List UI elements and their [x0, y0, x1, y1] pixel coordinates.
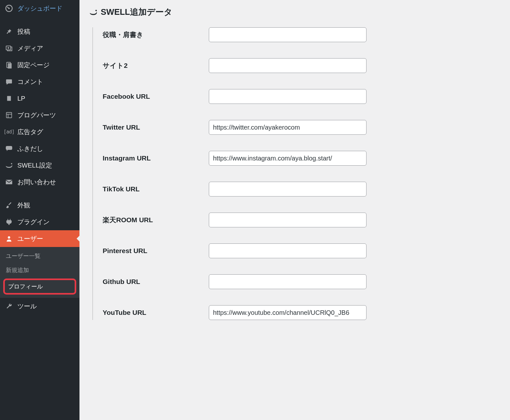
- github-input[interactable]: [209, 274, 366, 289]
- field-label: Instagram URL: [103, 154, 209, 162]
- sidebar-item-label: ふきだし: [17, 144, 43, 153]
- sidebar-item-media[interactable]: メディア: [0, 40, 79, 57]
- sidebar-item-comments[interactable]: コメント: [0, 73, 79, 90]
- pin-icon: [5, 27, 14, 36]
- tiktok-input[interactable]: [209, 182, 366, 196]
- sidebar-item-dashboard[interactable]: ダッシュボード: [0, 0, 79, 17]
- sidebar-item-plugins[interactable]: プラグイン: [0, 214, 79, 230]
- svg-rect-5: [8, 63, 12, 69]
- sidebar-item-label: コメント: [17, 78, 43, 86]
- sidebar-item-label: お問い合わせ: [17, 178, 56, 187]
- sidebar-item-adtag[interactable]: [ad] 広告タグ: [0, 123, 79, 140]
- svg-point-13: [8, 236, 10, 239]
- sidebar-item-contact[interactable]: お問い合わせ: [0, 174, 79, 190]
- field-tiktok: TikTok URL: [103, 182, 500, 196]
- sidebar-item-label: SWELL設定: [17, 161, 52, 170]
- field-label: Facebook URL: [103, 93, 209, 100]
- svg-point-3: [8, 47, 9, 49]
- comment-icon: [5, 77, 14, 86]
- submenu-item-userlist[interactable]: ユーザー一覧: [0, 249, 79, 263]
- svg-rect-7: [6, 113, 12, 118]
- sidebar-item-label: 広告タグ: [17, 128, 43, 136]
- field-site2: サイト2: [103, 58, 500, 73]
- swell-logo-icon: [89, 8, 97, 16]
- field-facebook: Facebook URL: [103, 89, 500, 104]
- field-label: 楽天ROOM URL: [103, 215, 209, 224]
- wrench-icon: [5, 302, 14, 311]
- sidebar-item-label: ユーザー: [17, 234, 43, 243]
- sidebar-item-posts[interactable]: 投稿: [0, 23, 79, 40]
- sidebar-item-users[interactable]: ユーザー: [0, 230, 79, 247]
- doc-icon: [5, 94, 14, 103]
- swell-icon: [5, 161, 14, 170]
- rakuten-input[interactable]: [209, 213, 366, 227]
- field-label: Github URL: [103, 278, 209, 286]
- field-position: 役職・肩書き: [103, 27, 500, 42]
- field-twitter: Twitter URL: [103, 120, 500, 135]
- sidebar-item-blogparts[interactable]: ブログパーツ: [0, 107, 79, 123]
- form-area: 役職・肩書き サイト2 Facebook URL Twitter URL Ins…: [92, 27, 500, 320]
- section-title: SWELL追加データ: [89, 6, 500, 18]
- field-instagram: Instagram URL: [103, 151, 500, 166]
- field-label: TikTok URL: [103, 185, 209, 193]
- user-icon: [5, 234, 14, 243]
- section-title-text: SWELL追加データ: [101, 6, 172, 18]
- position-input[interactable]: [209, 27, 366, 42]
- svg-rect-6: [7, 96, 11, 101]
- field-youtube: YouTube URL: [103, 305, 500, 320]
- sidebar-item-label: プラグイン: [17, 218, 50, 226]
- admin-sidebar: ダッシュボード 投稿 メディア 固定ページ コメント LP ブログパー: [0, 0, 79, 420]
- pinterest-input[interactable]: [209, 243, 366, 258]
- field-label: YouTube URL: [103, 309, 209, 316]
- sidebar-item-label: 投稿: [17, 27, 30, 36]
- youtube-input[interactable]: [209, 305, 366, 320]
- plug-icon: [5, 217, 14, 226]
- submenu-item-addnew[interactable]: 新規追加: [0, 263, 79, 277]
- sidebar-item-label: ツール: [17, 302, 37, 311]
- svg-point-14: [96, 10, 97, 11]
- sidebar-item-label: ダッシュボード: [17, 4, 62, 13]
- ad-icon: [ad]: [5, 127, 14, 136]
- sidebar-item-label: LP: [17, 95, 25, 102]
- field-label: 役職・肩書き: [103, 30, 209, 39]
- twitter-input[interactable]: [209, 120, 366, 135]
- dashboard-icon: [5, 4, 14, 13]
- submenu-item-profile[interactable]: プロフィール: [3, 278, 76, 295]
- grid-icon: [5, 111, 14, 120]
- sidebar-item-label: ブログパーツ: [17, 111, 56, 120]
- sidebar-item-pages[interactable]: 固定ページ: [0, 57, 79, 73]
- sidebar-item-label: メディア: [17, 44, 43, 53]
- main-content: SWELL追加データ 役職・肩書き サイト2 Facebook URL Twit…: [79, 0, 510, 420]
- field-pinterest: Pinterest URL: [103, 243, 500, 258]
- sidebar-item-label: 固定ページ: [17, 61, 50, 69]
- sidebar-item-appearance[interactable]: 外観: [0, 197, 79, 214]
- sidebar-item-fukidashi[interactable]: ふきだし: [0, 140, 79, 157]
- mail-icon: [5, 178, 14, 187]
- instagram-input[interactable]: [209, 151, 366, 166]
- svg-rect-10: [6, 146, 12, 150]
- svg-point-1: [8, 8, 10, 9]
- field-label: Twitter URL: [103, 123, 209, 131]
- facebook-input[interactable]: [209, 89, 366, 104]
- speech-icon: [5, 144, 14, 153]
- svg-point-11: [11, 163, 12, 164]
- site2-input[interactable]: [209, 58, 366, 73]
- pages-icon: [5, 60, 14, 69]
- field-github: Github URL: [103, 274, 500, 289]
- sidebar-item-tools[interactable]: ツール: [0, 298, 79, 315]
- sidebar-item-lp[interactable]: LP: [0, 90, 79, 107]
- media-icon: [5, 44, 14, 53]
- sidebar-item-label: 外観: [17, 201, 30, 210]
- sidebar-submenu-users: ユーザー一覧 新規追加 プロフィール: [0, 247, 79, 298]
- brush-icon: [5, 201, 14, 210]
- field-rakuten: 楽天ROOM URL: [103, 213, 500, 227]
- field-label: サイト2: [103, 61, 209, 70]
- field-label: Pinterest URL: [103, 247, 209, 255]
- sidebar-item-swell[interactable]: SWELL設定: [0, 157, 79, 174]
